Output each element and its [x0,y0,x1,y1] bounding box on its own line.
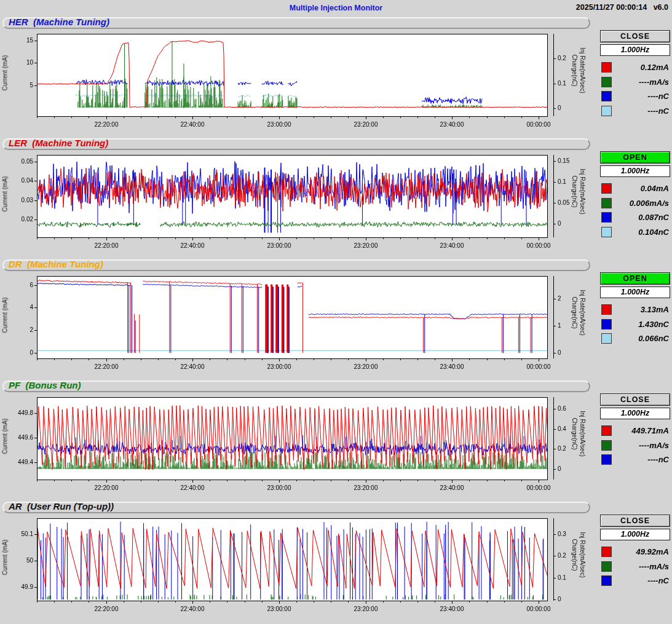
right-axis-label-injrate: Inj Rate(mA/sec) [579,152,586,232]
app-title: Multiple Injection Monitor [0,4,672,12]
panel-body: Current (mA) Charge(nC) Inj Rate(mA/sec)… [0,513,672,623]
legend-value: 0.12mA [612,63,670,72]
green-legend-swatch [601,440,612,451]
strip-chart [0,30,590,136]
legend-row: ----nC [600,104,670,119]
panel-title: PF (Bonus Run) [9,380,81,390]
lightblue-legend-swatch [601,227,612,237]
ar-shutter-button[interactable]: CLOSE [600,515,670,527]
clock: 2025/11/27 00:00:14 v6.0 [576,3,668,12]
left-axis-label: Current (mA) [2,406,9,467]
panel-body: Current (mA) Charge(nC) Inj Rate(mA/sec)… [0,271,672,381]
panel-her: HER (Machine Tuning) Current (mA) Charge… [0,17,672,138]
side-panel: CLOSE 1.000Hz 0.12mA----mA/s----nC----nC [600,30,670,118]
blue-legend-swatch [601,212,612,223]
panel-title: LER (Machine Tuning) [9,138,108,148]
right-axis-label-charge: Charge(nC) [571,31,578,111]
panel-titlebar: PF (Bonus Run) [2,381,590,392]
strip-chart [0,393,590,499]
legend-row: 0.104nC [600,225,670,240]
right-axis-label-charge: Charge(nC) [571,394,578,474]
right-axis-label-charge: Charge(nC) [571,152,578,232]
blue-legend-swatch [601,575,612,586]
legend-row: 0.006mA/s [600,196,670,211]
her-shutter-button[interactable]: CLOSE [600,30,670,42]
green-legend-swatch [601,561,612,572]
red-legend-swatch [601,425,612,436]
legend-row: ----mA/s [600,75,670,90]
legend: 0.04mA0.006mA/s0.087nC0.104nC [600,181,670,239]
red-legend-swatch [601,304,612,315]
legend-value: ----nC [612,455,670,464]
side-panel: CLOSE 1.000Hz 49.92mA----mA/s----nC [600,515,670,588]
lightblue-legend-swatch [601,333,612,344]
side-panel: OPEN 1.000Hz 0.04mA0.006mA/s0.087nC0.104… [600,151,670,239]
right-axis-label-charge: Charge(nC) [571,515,578,595]
injection-frequency: 1.000Hz [600,286,670,298]
left-axis-label: Current (mA) [2,285,9,346]
legend-value: ----nC [612,576,670,585]
panel-body: Current (mA) Charge(nC) Inj Rate(mA/sec)… [0,150,672,259]
blue-legend-swatch [601,454,612,465]
legend: 49.92mA----mA/s----nC [600,545,670,588]
legend-value: ----nC [612,106,670,116]
blue-legend-swatch [601,319,612,330]
panel-ler: LER (Machine Tuning) Current (mA) Charge… [0,138,672,259]
injection-frequency: 1.000Hz [600,165,670,177]
injection-frequency: 1.000Hz [600,529,670,540]
legend-row: 49.92mA [600,545,670,559]
red-legend-swatch [601,183,612,194]
legend-row: 1.430nC [600,317,670,332]
panel-body: Current (mA) Charge(nC) Inj Rate(mA/sec)… [0,29,672,138]
pf-shutter-button[interactable]: CLOSE [600,393,670,406]
panel-title: AR (User Run (Top-up)) [9,501,114,511]
ler-shutter-button[interactable]: OPEN [600,151,670,164]
timestamp: 2025/11/27 00:00:14 [576,3,647,12]
panels-container: HER (Machine Tuning) Current (mA) Charge… [0,17,672,623]
panel-pf: PF (Bonus Run) Current (mA) Charge(nC) I… [0,381,672,502]
legend-value: 49.92mA [612,547,670,556]
legend-value: 3.13mA [612,305,670,314]
panel-title: DR (Machine Tuning) [9,259,103,269]
right-axis-label-injrate: Inj Rate(mA/sec) [579,394,586,474]
dr-shutter-button[interactable]: OPEN [600,272,670,285]
legend-value: 0.04mA [612,184,670,193]
right-axis-label-injrate: Inj Rate(mA/sec) [579,31,586,111]
lightblue-legend-swatch [601,106,612,116]
left-axis-label: Current (mA) [2,527,9,588]
legend-value: 1.430nC [612,320,670,329]
legend-value: ----mA/s [612,441,670,450]
panel-ar: AR (User Run (Top-up)) Current (mA) Char… [0,502,672,623]
green-legend-swatch [601,77,612,87]
legend-row: ----mA/s [600,438,670,453]
legend-row: 449.71mA [600,424,670,438]
legend-row: 3.13mA [600,302,670,317]
legend: 449.71mA----mA/s----nC [600,424,670,467]
panel-titlebar: DR (Machine Tuning) [2,259,590,271]
red-legend-swatch [601,547,612,557]
green-legend-swatch [601,198,612,208]
legend-row: ----nC [600,574,670,588]
red-legend-swatch [601,62,612,73]
injection-frequency: 1.000Hz [600,44,670,56]
legend-row: ----nC [600,452,670,467]
panel-title: HER (Machine Tuning) [9,17,109,27]
legend-value: 0.066nC [612,334,670,343]
strip-chart [0,151,590,257]
version-label: v6.0 [654,3,668,12]
panel-titlebar: AR (User Run (Top-up)) [2,502,590,513]
panel-dr: DR (Machine Tuning) Current (mA) Charge(… [0,259,672,381]
legend-row: ----nC [600,89,670,104]
legend-value: 449.71mA [612,426,670,435]
panel-body: Current (mA) Charge(nC) Inj Rate(mA/sec)… [0,392,672,502]
strip-chart [0,272,590,378]
injection-frequency: 1.000Hz [600,408,670,419]
blue-legend-swatch [601,91,612,101]
side-panel: OPEN 1.000Hz 3.13mA1.430nC0.066nC [600,272,670,346]
strip-chart [0,515,590,620]
legend: 3.13mA1.430nC0.066nC [600,302,670,346]
legend-row: ----mA/s [600,559,670,574]
legend-value: ----mA/s [612,77,670,87]
legend-row: 0.04mA [600,181,670,196]
right-axis-label-charge: Charge(nC) [571,273,578,353]
